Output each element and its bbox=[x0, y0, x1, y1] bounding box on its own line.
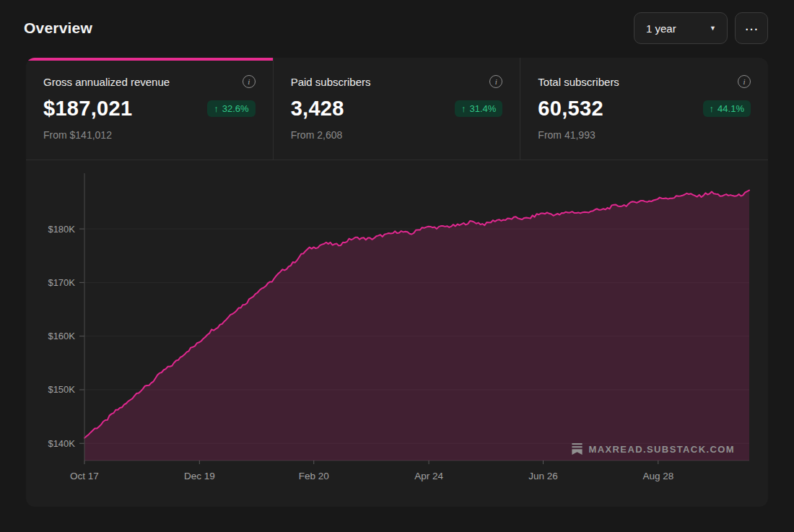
change-badge: ↑ 31.4% bbox=[455, 100, 502, 117]
y-tick-label: $160K bbox=[48, 331, 75, 341]
stat-previous-value: From 2,608 bbox=[291, 129, 503, 141]
watermark: MAXREAD.SUBSTACK.COM bbox=[572, 443, 735, 455]
stat-value: 3,428 bbox=[291, 97, 344, 121]
x-tick-label: Feb 20 bbox=[299, 471, 329, 481]
y-tick-label: $180K bbox=[48, 224, 75, 235]
date-range-selector[interactable]: 1 year ▼ bbox=[634, 12, 728, 44]
stat-value: 60,532 bbox=[538, 97, 603, 121]
area-fill bbox=[84, 191, 749, 461]
change-percent: 32.6% bbox=[222, 103, 249, 114]
info-icon[interactable]: i bbox=[489, 75, 502, 88]
up-arrow-icon: ↑ bbox=[214, 103, 219, 114]
stat-tab-paid-subscribers[interactable]: Paid subscribers i 3,428 ↑ 31.4% From 2,… bbox=[274, 58, 521, 160]
more-options-button[interactable]: … bbox=[735, 12, 768, 44]
substack-logo-icon bbox=[572, 443, 583, 455]
x-tick-label: Dec 19 bbox=[184, 471, 215, 481]
watermark-text: MAXREAD.SUBSTACK.COM bbox=[588, 444, 735, 455]
active-tab-indicator bbox=[26, 58, 273, 61]
up-arrow-icon: ↑ bbox=[461, 103, 466, 114]
change-badge: ↑ 44.1% bbox=[703, 100, 751, 117]
revenue-chart: $140K$150K$160K$170K$180KOct 17Dec 19Feb… bbox=[26, 160, 768, 507]
y-tick-label: $140K bbox=[48, 438, 75, 449]
stat-label: Total subscribers bbox=[538, 76, 619, 88]
x-tick-label: Aug 28 bbox=[642, 471, 673, 481]
y-tick-label: $170K bbox=[48, 277, 75, 288]
x-tick-label: Oct 17 bbox=[70, 471, 99, 481]
ellipsis-icon: … bbox=[744, 18, 759, 32]
info-icon[interactable]: i bbox=[738, 75, 751, 88]
x-tick-label: Jun 26 bbox=[528, 471, 558, 481]
info-icon[interactable]: i bbox=[243, 75, 256, 88]
stats-panel: Gross annualized revenue i $187,021 ↑ 32… bbox=[26, 58, 768, 507]
chevron-down-icon: ▼ bbox=[710, 25, 716, 32]
stat-previous-value: From 41,993 bbox=[538, 129, 751, 141]
y-tick-label: $150K bbox=[48, 384, 75, 395]
stat-value: $187,021 bbox=[43, 97, 132, 121]
header-controls: 1 year ▼ … bbox=[634, 12, 768, 44]
page-header: Overview 1 year ▼ … bbox=[0, 0, 794, 58]
stat-tabs: Gross annualized revenue i $187,021 ↑ 32… bbox=[26, 58, 768, 160]
x-tick-label: Apr 24 bbox=[414, 471, 443, 481]
change-badge: ↑ 32.6% bbox=[207, 100, 255, 117]
stat-label: Gross annualized revenue bbox=[43, 76, 170, 88]
stat-tab-gross-annualized-revenue[interactable]: Gross annualized revenue i $187,021 ↑ 32… bbox=[26, 58, 274, 160]
up-arrow-icon: ↑ bbox=[710, 103, 715, 114]
change-percent: 44.1% bbox=[717, 103, 744, 114]
stat-tab-total-subscribers[interactable]: Total subscribers i 60,532 ↑ 44.1% From … bbox=[520, 58, 768, 160]
date-range-value: 1 year bbox=[646, 22, 676, 35]
stat-label: Paid subscribers bbox=[291, 76, 371, 88]
change-percent: 31.4% bbox=[469, 103, 496, 114]
page-title: Overview bbox=[24, 19, 92, 37]
stat-previous-value: From $141,012 bbox=[43, 129, 256, 141]
